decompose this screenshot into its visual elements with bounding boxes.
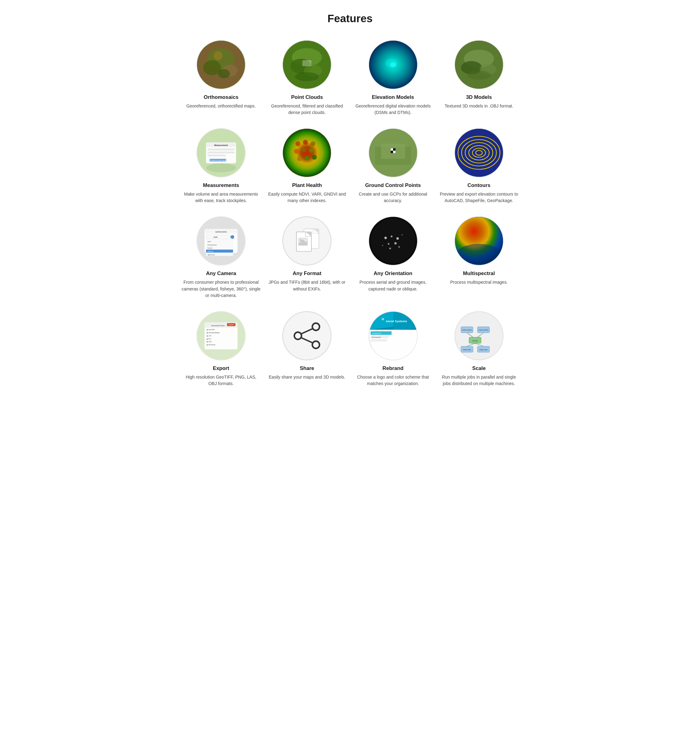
feature-title-elevation: Elevation Models — [372, 94, 414, 100]
svg-text:Aerial Systems: Aerial Systems — [385, 320, 407, 323]
svg-rect-10 — [302, 60, 311, 66]
svg-text:brown: brown — [208, 247, 213, 249]
feature-title-any-orientation: Any Orientation — [374, 270, 413, 277]
svg-text:◉ LAS: ◉ LAS — [207, 335, 211, 337]
svg-point-40 — [305, 156, 310, 161]
feature-image-scale: node-worker node-worker master node-odm … — [454, 311, 504, 360]
svg-point-96 — [401, 235, 402, 236]
svg-text:Download Points: Download Points — [211, 325, 225, 326]
feature-title-contours: Contours — [467, 182, 491, 189]
feature-image-rebrand: ✈ Aerial Systems Dashboard Administratio… — [369, 311, 418, 360]
feature-image-any-camera: camera-lens auto auto perspective brown … — [196, 216, 246, 266]
feature-image-export: Download Points Export ◉ GeoTIFF ◉ Textu… — [196, 311, 246, 360]
feature-desc-elevation: Georeferenced digital elevation models (… — [353, 103, 433, 116]
svg-text:Dashboard: Dashboard — [372, 332, 381, 334]
svg-point-5 — [218, 69, 230, 78]
svg-point-94 — [398, 246, 400, 248]
svg-text:fisheye: fisheye — [208, 251, 213, 253]
svg-text:Administration: Administration — [371, 337, 381, 338]
feature-any-camera: camera-lens auto auto perspective brown … — [181, 216, 261, 298]
svg-point-89 — [391, 236, 393, 238]
feature-desc-point-clouds: Georeferenced, filtered and classified d… — [267, 103, 347, 116]
svg-text:auto: auto — [208, 241, 211, 243]
svg-text:◉ GeoTIFF: ◉ GeoTIFF — [207, 329, 215, 331]
feature-image-share — [282, 311, 331, 360]
svg-text:Measurement: Measurement — [214, 144, 228, 146]
svg-point-63 — [231, 235, 234, 239]
svg-point-11 — [295, 72, 319, 81]
feature-title-multispectral: Multispectral — [463, 270, 495, 277]
svg-rect-60 — [206, 235, 233, 240]
svg-text:node-odm: node-odm — [463, 349, 471, 351]
svg-text:spherical: spherical — [208, 254, 214, 256]
feature-share: Share Easily share your maps and 3D mode… — [267, 311, 347, 387]
feature-desc-scale: Run multiple jobs in parallel and single… — [439, 374, 519, 387]
feature-image-gcp — [369, 128, 418, 178]
svg-point-131 — [455, 312, 503, 360]
feature-title-plant-health: Plant Health — [292, 182, 322, 189]
svg-point-95 — [382, 245, 383, 246]
svg-point-39 — [297, 156, 302, 161]
svg-point-20 — [467, 71, 491, 80]
feature-gcp: Ground Control Points Create and use GCP… — [353, 128, 433, 204]
feature-title-scale: Scale — [472, 365, 486, 371]
svg-text:◉ CSV: ◉ CSV — [207, 341, 212, 343]
feature-image-measurements: Measurement Center on this area — [196, 128, 246, 178]
feature-plant-health: Plant Health Easily compute NDVI, VARI, … — [267, 128, 347, 204]
feature-image-multispectral — [454, 216, 504, 266]
svg-text:◉ All Assets: ◉ All Assets — [207, 344, 216, 346]
svg-point-91 — [387, 243, 389, 245]
feature-rebrand: ✈ Aerial Systems Dashboard Administratio… — [353, 311, 433, 387]
feature-desc-orthomosaics: Georeferenced, orthorectified maps. — [186, 103, 256, 109]
feature-desc-any-orientation: Process aerial and ground images, captur… — [353, 279, 433, 292]
feature-title-any-camera: Any Camera — [206, 270, 236, 277]
feature-desc-measurements: Make volume and area measurements with e… — [181, 191, 261, 204]
svg-rect-46 — [391, 148, 393, 151]
feature-multispectral: Multispectral Process multispectral imag… — [439, 216, 519, 298]
feature-desc-any-format: JPGs and TIFFs (8bit and 16bit), with or… — [267, 279, 347, 292]
feature-orthomosaics: Orthomosaics Georeferenced, orthorectifi… — [181, 40, 261, 116]
svg-rect-25 — [208, 149, 234, 151]
feature-title-3d-models: 3D Models — [466, 94, 492, 100]
feature-scale: node-worker node-worker master node-odm … — [439, 311, 519, 387]
svg-point-88 — [384, 237, 387, 240]
svg-rect-130 — [371, 339, 387, 341]
feature-image-orthomosaics — [196, 40, 246, 89]
feature-title-share: Share — [300, 365, 314, 371]
svg-point-112 — [283, 312, 331, 360]
feature-desc-share: Easily share your maps and 3D models. — [269, 374, 345, 380]
feature-image-any-format — [282, 216, 331, 266]
svg-point-4 — [214, 51, 222, 60]
feature-title-gcp: Ground Control Points — [365, 182, 421, 189]
feature-image-3d-models — [454, 40, 504, 89]
feature-image-point-clouds — [282, 40, 331, 89]
svg-text:camera-lens: camera-lens — [215, 231, 227, 233]
svg-text:master: master — [472, 340, 478, 341]
svg-point-33 — [296, 141, 301, 146]
feature-image-any-orientation — [369, 216, 418, 266]
svg-point-15 — [390, 62, 396, 67]
svg-text:◉ PLY: ◉ PLY — [207, 338, 211, 340]
feature-desc-3d-models: Textured 3D models in .OBJ format. — [444, 103, 513, 109]
svg-point-90 — [396, 238, 399, 240]
svg-point-35 — [311, 141, 316, 146]
features-grid: Orthomosaics Georeferenced, orthorectifi… — [181, 40, 519, 387]
feature-desc-contours: Preview and export elevation contours to… — [439, 191, 519, 204]
feature-image-elevation — [369, 40, 418, 89]
feature-elevation: Elevation Models Georeferenced digital e… — [353, 40, 433, 116]
feature-title-export: Export — [213, 365, 229, 371]
svg-point-87 — [371, 218, 416, 263]
feature-desc-gcp: Create and use GCPs for additional accur… — [353, 191, 433, 204]
svg-point-93 — [389, 248, 391, 249]
svg-text:node-odm: node-odm — [479, 349, 487, 351]
svg-text:Export: Export — [229, 324, 234, 326]
feature-desc-multispectral: Process multispectral images. — [450, 279, 507, 286]
svg-point-92 — [394, 242, 397, 244]
svg-point-41 — [312, 155, 317, 160]
feature-title-rebrand: Rebrand — [382, 365, 404, 371]
feature-any-format: Any Format JPGs and TIFFs (8bit and 16bi… — [267, 216, 347, 298]
svg-point-32 — [283, 129, 331, 177]
feature-point-clouds: Point Clouds Georeferenced, filtered and… — [267, 40, 347, 116]
page-title: Features — [181, 12, 519, 25]
svg-text:Center on this area: Center on this area — [211, 160, 226, 162]
